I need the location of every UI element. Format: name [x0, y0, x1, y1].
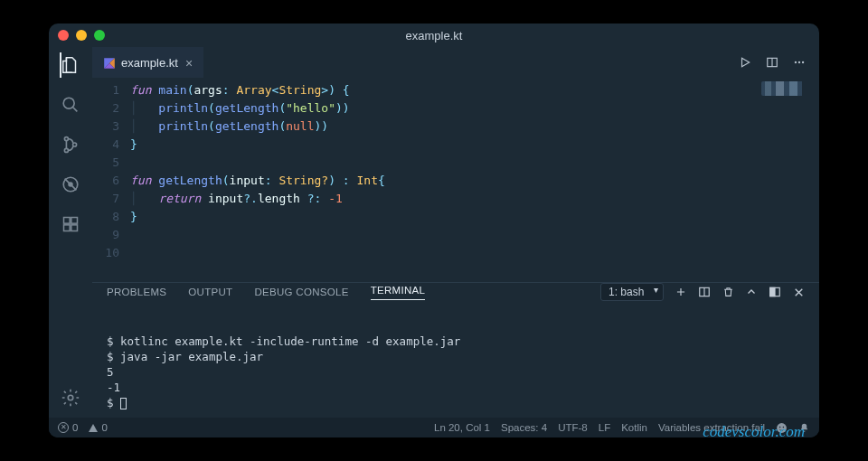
more-actions-icon[interactable]	[792, 55, 807, 70]
window-title: example.kt	[49, 29, 819, 42]
svg-point-2	[64, 148, 68, 152]
svg-point-1	[64, 137, 68, 141]
extensions-icon[interactable]	[60, 213, 81, 235]
terminal-output[interactable]: $ kotlinc example.kt -include-runtime -d…	[92, 301, 819, 437]
code-editor[interactable]: 12345678910 fun main(args: Array<String>…	[92, 78, 819, 282]
minimap[interactable]	[761, 81, 812, 96]
source-control-icon[interactable]	[60, 134, 81, 155]
debug-icon[interactable]	[60, 174, 81, 195]
watermark: codevscolor.com	[703, 424, 805, 437]
vscode-window: example.kt	[49, 24, 819, 437]
panel-tab-terminal[interactable]: TERMINAL	[371, 285, 426, 300]
new-terminal-icon[interactable]	[675, 286, 687, 298]
svg-point-19	[802, 61, 804, 63]
code-content: fun main(args: Array<String>) {│ println…	[130, 78, 819, 282]
status-errors[interactable]: ✕0	[58, 422, 78, 433]
settings-gear-icon[interactable]	[60, 387, 81, 409]
svg-point-18	[798, 61, 800, 63]
split-editor-icon[interactable]	[765, 55, 779, 70]
activity-bar	[49, 47, 92, 418]
line-number-gutter: 12345678910	[92, 78, 130, 282]
editor-tabbar: example.kt ×	[92, 47, 819, 78]
toggle-panel-icon[interactable]	[769, 286, 781, 298]
titlebar: example.kt	[49, 24, 819, 47]
bottom-panel: PROBLEMS OUTPUT DEBUG CONSOLE TERMINAL 1…	[92, 282, 819, 418]
svg-point-10	[68, 395, 73, 400]
svg-rect-7	[71, 218, 78, 224]
panel-tab-problems[interactable]: PROBLEMS	[107, 287, 166, 297]
panel-tab-output[interactable]: OUTPUT	[188, 287, 232, 297]
run-icon[interactable]	[738, 55, 752, 70]
svg-rect-9	[71, 225, 78, 231]
panel-tabs: PROBLEMS OUTPUT DEBUG CONSOLE TERMINAL 1…	[92, 283, 819, 301]
kill-terminal-icon[interactable]	[722, 286, 734, 298]
svg-marker-14	[742, 58, 750, 66]
panel-tab-debug-console[interactable]: DEBUG CONSOLE	[254, 287, 348, 297]
search-icon[interactable]	[60, 94, 81, 116]
explorer-icon[interactable]	[60, 54, 81, 76]
split-terminal-icon[interactable]	[698, 286, 711, 298]
svg-rect-23	[770, 287, 775, 296]
svg-point-17	[795, 61, 797, 63]
svg-point-3	[73, 143, 77, 146]
svg-rect-6	[64, 218, 71, 224]
editor-tab[interactable]: example.kt ×	[92, 47, 203, 78]
maximize-panel-icon[interactable]	[745, 286, 758, 298]
kotlin-file-icon	[103, 57, 116, 70]
close-panel-icon[interactable]	[792, 286, 805, 298]
svg-point-0	[63, 98, 74, 108]
tab-close-icon[interactable]: ×	[185, 56, 193, 71]
svg-point-5	[68, 182, 73, 187]
svg-rect-8	[64, 225, 71, 231]
tab-filename: example.kt	[121, 56, 178, 70]
terminal-selector[interactable]: 1: bash	[600, 283, 664, 301]
